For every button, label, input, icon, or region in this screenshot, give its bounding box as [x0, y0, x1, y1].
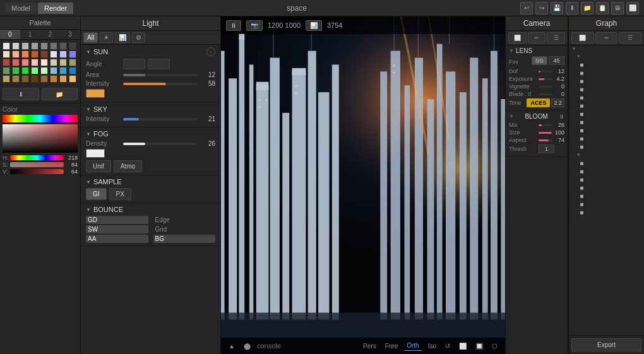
hue-bar[interactable]: [3, 115, 78, 122]
bounce-edge[interactable]: Edge: [153, 216, 216, 224]
palette-cell-10[interactable]: [21, 50, 29, 58]
palette-num-3[interactable]: 3: [60, 30, 80, 39]
tree-item-3[interactable]: ■: [569, 69, 644, 77]
palette-cell-0[interactable]: [3, 42, 10, 50]
tree-item-8[interactable]: ■: [569, 110, 644, 118]
palette-cell-33[interactable]: [12, 75, 20, 83]
tree-item-7[interactable]: ■: [569, 102, 644, 110]
palette-folder-btn[interactable]: 📁: [42, 88, 78, 100]
palette-cell-28[interactable]: [40, 67, 48, 74]
palette-num-2[interactable]: 2: [40, 30, 61, 39]
mix-bar-container[interactable]: [539, 124, 552, 126]
iso-btn[interactable]: Iso: [426, 341, 439, 351]
palette-cell-25[interactable]: [12, 67, 20, 74]
tree-item-14[interactable]: ■: [569, 159, 644, 167]
exposure-bar-container[interactable]: [539, 78, 552, 80]
render-tab[interactable]: Render: [38, 3, 73, 14]
px-btn[interactable]: PX: [109, 188, 131, 200]
cam-tab-1[interactable]: ⬜: [508, 32, 527, 44]
light-tab-gear[interactable]: ⚙: [132, 32, 145, 43]
tree-item-10[interactable]: ■: [569, 126, 644, 134]
vignette-bar-container[interactable]: [539, 86, 552, 88]
area-bar-container[interactable]: [123, 74, 197, 76]
cam-tab-3[interactable]: ☰: [547, 32, 565, 44]
view-btn1[interactable]: ⬜: [456, 341, 469, 351]
pers-btn[interactable]: Pers: [361, 341, 379, 351]
sun-title[interactable]: ▼ SUN ○: [86, 47, 215, 56]
tree-item-12[interactable]: ■: [569, 143, 644, 151]
palette-cell-8[interactable]: [3, 50, 10, 58]
download-btn[interactable]: ⬇: [566, 2, 578, 15]
camera-icon-btn[interactable]: 📷: [246, 20, 263, 31]
graph-tab-1[interactable]: ⬜: [571, 32, 594, 44]
palette-cell-3[interactable]: [31, 42, 39, 50]
aspect-bar-container[interactable]: [539, 139, 552, 141]
orth-btn[interactable]: Orth: [404, 341, 421, 351]
tree-item-5[interactable]: ■: [569, 85, 644, 93]
palette-cell-20[interactable]: [40, 59, 48, 66]
fog-title[interactable]: ▼ FOG: [86, 130, 215, 138]
sun-circle-btn[interactable]: ○: [206, 47, 215, 56]
light-tab-all[interactable]: All: [83, 32, 98, 43]
camera-sm-btn[interactable]: ⬤: [241, 341, 253, 351]
angle-x-input[interactable]: 48: [123, 59, 145, 69]
palette-cell-21[interactable]: [50, 59, 57, 66]
clipboard-btn[interactable]: 📋: [596, 2, 609, 15]
palette-cell-32[interactable]: [3, 75, 10, 83]
palette-num-0[interactable]: 0: [0, 30, 20, 39]
gi-btn[interactable]: GI: [86, 188, 107, 200]
window-btn[interactable]: ⬜: [626, 2, 639, 15]
palette-cell-38[interactable]: [59, 75, 67, 83]
fog-density-bar-container[interactable]: [123, 143, 197, 145]
palette-cell-6[interactable]: [59, 42, 67, 50]
sun-color-swatch[interactable]: [86, 89, 105, 98]
palette-cell-29[interactable]: [50, 67, 57, 74]
cam-tab-2[interactable]: ✏: [528, 32, 546, 44]
tree-item-0[interactable]: ▼: [569, 45, 644, 52]
intensity-bar-container[interactable]: [123, 83, 197, 85]
sample-title[interactable]: ▼ SAMPLE: [86, 178, 215, 186]
palette-cell-19[interactable]: [31, 59, 39, 66]
palette-cell-34[interactable]: [21, 75, 29, 83]
viewport-scene[interactable]: [221, 16, 505, 354]
save-btn[interactable]: 💾: [551, 2, 563, 15]
palette-cell-18[interactable]: [21, 59, 29, 66]
tree-item-1[interactable]: ▼: [569, 52, 644, 61]
tree-item-19[interactable]: ■: [569, 200, 644, 208]
tree-item-4[interactable]: ■: [569, 77, 644, 85]
palette-cell-12[interactable]: [40, 50, 48, 58]
palette-cell-37[interactable]: [50, 75, 57, 83]
bloom-title[interactable]: ▼ BLOOM ⏸: [509, 113, 564, 120]
graph-tab-2[interactable]: ✏: [595, 32, 618, 44]
palette-cell-26[interactable]: [21, 67, 29, 74]
bloom-pause-btn[interactable]: ⏸: [559, 114, 564, 120]
fog-color-swatch[interactable]: [86, 149, 105, 158]
bounce-gd[interactable]: GD: [86, 216, 148, 224]
palette-cell-23[interactable]: [69, 59, 76, 66]
aces-btn[interactable]: ACES: [527, 98, 550, 107]
palette-cell-24[interactable]: [3, 67, 10, 74]
light-tab-sun[interactable]: ☀: [100, 32, 113, 43]
fog-unif-btn[interactable]: Unif: [86, 160, 111, 172]
bounce-grid[interactable]: Grid: [153, 225, 216, 233]
sky-title[interactable]: ▼ SKY: [86, 105, 215, 113]
palette-cell-36[interactable]: [40, 75, 48, 83]
palette-cell-5[interactable]: [50, 42, 57, 50]
tree-item-18[interactable]: ■: [569, 192, 644, 200]
bounce-title[interactable]: ▼ BOUNCE: [86, 206, 215, 213]
palette-cell-39[interactable]: [69, 75, 76, 83]
s-slider[interactable]: [10, 162, 64, 167]
tree-item-20[interactable]: ■: [569, 208, 644, 216]
tree-item-13[interactable]: ▼: [569, 151, 644, 159]
palette-cell-2[interactable]: [21, 42, 29, 50]
sky-intensity-bar-container[interactable]: [123, 118, 197, 121]
light-tab-chart[interactable]: 📊: [115, 32, 130, 43]
graph-tab-3[interactable]: ☰: [619, 32, 641, 44]
fov-sg-btn[interactable]: SG: [532, 56, 547, 65]
palette-download-btn[interactable]: ⬇: [3, 88, 39, 100]
palette-cell-22[interactable]: [59, 59, 67, 66]
console-input[interactable]: [257, 342, 357, 350]
rotate-btn[interactable]: ↺: [443, 341, 453, 351]
palette-cell-1[interactable]: [12, 42, 20, 50]
palette-cell-4[interactable]: [40, 42, 48, 50]
